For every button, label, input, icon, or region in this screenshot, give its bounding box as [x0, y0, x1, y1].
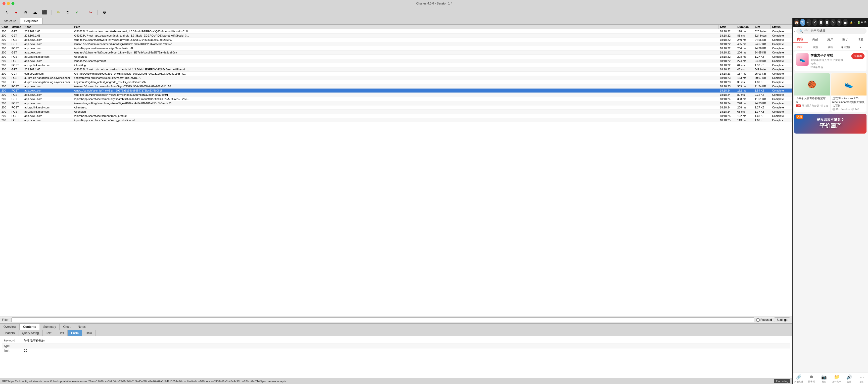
filter-label: Filter: — [2, 318, 9, 322]
form-field-value: 20 — [22, 348, 790, 353]
table-row[interactable]: 200 GET cdn.poizon.com /du_app/2019/imag… — [0, 72, 792, 76]
tab-summary[interactable]: Summary — [40, 324, 60, 330]
phone-subtab-hot[interactable]: 最热 — [808, 45, 823, 49]
phone-tab-circle[interactable]: 圈子 — [838, 37, 853, 42]
tab-chart[interactable]: Chart — [60, 324, 74, 330]
table-row[interactable]: 200 POST app.dewu.com /sns-rec/v1/search… — [0, 84, 792, 89]
table-row[interactable]: 200 POST api.applink.mob.com /client/log… — [0, 110, 792, 114]
sub-tab-text[interactable]: Text — [42, 330, 55, 336]
table-row[interactable]: 200 POST app.dewu.com /sns-rec/v1/search… — [0, 59, 792, 63]
phone-tab-goods[interactable]: 商品 — [808, 37, 823, 42]
tab-notes[interactable]: Notes — [74, 324, 89, 330]
phone-close-icon[interactable]: ✕ — [812, 19, 817, 26]
requests-table: Code Method Host Path Start Duration Siz… — [0, 25, 792, 122]
sub-tab-query[interactable]: Query String — [19, 330, 42, 336]
validate-button[interactable]: ✓ — [73, 9, 81, 16]
heart-icon-1: 🤍 — [820, 104, 823, 107]
table-row[interactable]: 200 GET app.dewu.com /sns-rec/v1/banner/… — [0, 51, 792, 55]
phone-nav-volume[interactable]: 🔊 音量 — [843, 374, 856, 384]
sub-tab-headers[interactable]: Headers — [0, 330, 19, 336]
phone-subtab-video[interactable]: ◉ 视频 — [838, 45, 853, 49]
close-button[interactable] — [2, 2, 5, 5]
table-row[interactable]: 200 POST app.dewu.com /sns/v1/search/use… — [0, 89, 792, 93]
structure-tab[interactable]: Structure — [0, 18, 21, 24]
tab-overview[interactable]: Overview — [0, 324, 20, 330]
cell-method: POST — [10, 101, 23, 105]
phone-home-icon[interactable]: 🏠 — [794, 19, 799, 26]
phone-nav-screenshot[interactable]: 📷 截图 — [818, 374, 831, 384]
table-row[interactable]: 200 POST app.dewu.com /api/v1/app/advert… — [0, 46, 792, 51]
phone-grid-icon[interactable]: ⊞ — [818, 19, 824, 26]
phone-image-card-2[interactable]: 👟 这双Nike Air max 270 react cinnamon焦糖奶油复… — [831, 73, 867, 112]
sequence-tab[interactable]: Sequence — [21, 18, 43, 24]
throttle-button[interactable]: ≋ — [22, 9, 29, 16]
phone-subtab-all[interactable]: 综合 — [793, 45, 808, 49]
search-icon: 🔍 — [799, 29, 803, 33]
table-row[interactable]: 200 POST app.dewu.com /sns-cnt-tag/v1/ci… — [0, 93, 792, 97]
phone-filter-tabs: 内容 商品 用户 圈子 话题 — [793, 35, 868, 44]
table-row[interactable]: 200 POST app.dewu.com /api/v1/app/search… — [0, 118, 792, 122]
requests-table-container[interactable]: Code Method Host Path Start Duration Siz… — [0, 25, 792, 316]
phone-search-box[interactable]: 🔍 学生党平价球鞋 — [796, 28, 867, 34]
select-tool-button[interactable]: ↖ — [3, 9, 10, 16]
phone-nav-files[interactable]: 📁 文件共享 — [831, 374, 843, 384]
phone-nav-more[interactable]: ⋯ 更多 — [856, 374, 868, 384]
filter-settings-button[interactable]: Settings — [774, 317, 790, 322]
table-row[interactable]: 200 POST api.applink.mob.com /client/rec… — [0, 105, 792, 110]
table-row[interactable]: 200 GET 203.107.1.65 /151623/d?host=app.… — [0, 34, 792, 38]
record-button[interactable]: ● — [12, 9, 20, 16]
minimize-button[interactable] — [7, 2, 10, 5]
phone-tab-users[interactable]: 用户 — [823, 37, 838, 42]
phone-back-icon[interactable]: ‹ — [794, 29, 795, 33]
stop-button[interactable]: ⬛ — [41, 9, 48, 16]
phone-go-button[interactable]: 去看看 — [851, 53, 865, 59]
cell-host: app.dewu.com — [23, 89, 73, 93]
table-row[interactable]: 200 GET 203.107.1.65 /151623/d?host=m.de… — [0, 29, 792, 34]
settings-tool-button[interactable]: ⚙ — [101, 9, 108, 16]
table-row[interactable]: 200 POST app.dewu.com /api/v1/app/search… — [0, 114, 792, 118]
table-row[interactable]: 200 GET 203.107.1.65 /151623/d?host=cdn.… — [0, 67, 792, 72]
sub-tab-raw[interactable]: Raw — [82, 330, 95, 336]
phone-content[interactable]: ‹ 🔍 学生党平价球鞋 内容 商品 用户 圈子 话题 综合 最热 最新 ◉ 视频 — [793, 27, 868, 373]
cell-method: POST — [10, 55, 23, 59]
cell-host: app.dewu.com — [23, 118, 73, 122]
rewrite-button[interactable]: ✂ — [87, 9, 94, 16]
cell-size: 624 bytes — [753, 34, 771, 38]
phone-grid2-icon[interactable]: ⊞ — [825, 19, 830, 26]
cloud-button[interactable]: ☁ — [31, 9, 39, 16]
table-row[interactable]: 200 POST api.applink.mob.com /client/rec… — [0, 55, 792, 59]
cell-path: /sns-rec/v1/search/hotword-list?newSign=… — [73, 38, 718, 42]
table-row[interactable]: 200 POST du-prd.cn-hangzhou.log.aliyuncs… — [0, 76, 792, 80]
phone-image-card-1[interactable]: 🏀 『每个人的青春都有篮球场 19♪ 烟花三月吃炒饭 🤍 343 — [794, 73, 830, 112]
table-row[interactable]: 200 POST api.applink.mob.com /client/log… — [0, 63, 792, 67]
col-duration: Duration — [736, 25, 753, 29]
phone-nav-accelerate[interactable]: 🔗 外服加速 — [793, 374, 805, 384]
table-row[interactable]: 200 GET app.dewu.com /api/v1/app/search/… — [0, 97, 792, 101]
table-row[interactable]: 200 POST du-prd.cn-hangzhou.log.aliyuncs… — [0, 80, 792, 84]
cell-size: 50.07 KB — [753, 76, 771, 80]
phone-subtab-new[interactable]: 最新 — [823, 45, 838, 49]
phone-subtab-more[interactable]: ∨ — [853, 45, 868, 49]
phone-banner[interactable]: 实惠 搜索结果不满意？ 平价国产 — [794, 114, 867, 133]
table-row[interactable]: 200 POST app.dewu.com /sns-rec/v1/search… — [0, 38, 792, 42]
table-row[interactable]: 200 POST app.dewu.com /sns-cnt-tag/v1/ta… — [0, 101, 792, 105]
phone-more-icon[interactable]: ⋯ — [806, 19, 811, 26]
phone-nav-record[interactable]: ⏺ 操录制 — [805, 374, 818, 384]
maximize-button[interactable] — [11, 2, 14, 5]
phone-menu-icon[interactable]: ☰ — [843, 19, 847, 26]
sub-tab-hex[interactable]: Hex — [55, 330, 68, 336]
phone-active-tab[interactable]: 博 — [800, 19, 805, 26]
breakpoint-button[interactable]: ✏ — [55, 9, 62, 16]
focused-checkbox[interactable] — [756, 318, 760, 322]
table-row[interactable]: 200 GET app.dewu.com /sns/v1/user/talent… — [0, 42, 792, 46]
phone-x2-icon[interactable]: ✕ — [831, 19, 835, 26]
tab-contents[interactable]: Contents — [20, 324, 40, 330]
filter-input[interactable] — [11, 317, 754, 322]
cell-code: 200 — [0, 55, 10, 59]
cell-path: /sns-rec/v1/search/prompt — [73, 59, 718, 63]
phone-tab-content[interactable]: 内容 — [793, 37, 808, 42]
phone-tab-topic[interactable]: 话题 — [853, 37, 868, 42]
phone-mail-icon[interactable]: ✉ — [837, 19, 842, 26]
refresh-button[interactable]: ↻ — [64, 9, 71, 16]
sub-tab-form[interactable]: Form — [68, 330, 82, 336]
